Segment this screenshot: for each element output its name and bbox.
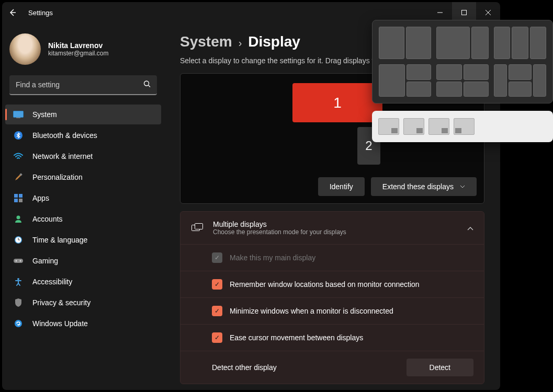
svg-rect-25 — [195, 224, 203, 229]
svg-point-4 — [144, 81, 149, 86]
chevron-up-icon — [467, 223, 473, 233]
panel-subtitle: Choose the presentation mode for your di… — [213, 228, 467, 236]
sidebar-item-network[interactable]: Network & internet — [5, 146, 161, 166]
arrow-left-icon — [8, 8, 17, 17]
shield-icon — [13, 298, 24, 307]
extend-displays-dropdown[interactable]: Extend these displays — [371, 177, 477, 196]
chevron-right-icon: › — [239, 37, 242, 49]
svg-point-23 — [15, 320, 22, 327]
sidebar-item-label: Accessibility — [32, 278, 72, 286]
svg-point-14 — [17, 216, 20, 220]
checkbox-icon[interactable]: ✓ — [212, 279, 222, 290]
multiple-displays-panel: Multiple displays Choose the presentatio… — [180, 211, 484, 384]
checkbox-icon: ✓ — [212, 252, 222, 263]
sidebar-item-windows-update[interactable]: Windows Update — [5, 314, 161, 333]
snap-layout-half-half[interactable] — [379, 27, 431, 59]
detect-label: Detect other display — [212, 363, 277, 372]
sidebar-item-system[interactable]: System — [5, 105, 161, 124]
checkbox-main-display: ✓ Make this my main display — [180, 245, 484, 271]
svg-rect-11 — [19, 194, 22, 198]
displays-icon — [191, 222, 204, 234]
sidebar-item-label: Gaming — [32, 257, 58, 265]
accessibility-icon — [13, 277, 24, 286]
search-icon — [143, 80, 151, 89]
search-input[interactable] — [9, 75, 157, 94]
avatar — [9, 33, 41, 65]
profile-block[interactable]: Nikita Lavrenov kitamster@gmail.com — [2, 28, 164, 75]
snap-group-thumb[interactable] — [454, 118, 475, 135]
svg-rect-19 — [14, 259, 23, 263]
checkbox-label: Minimize windows when a monitor is disco… — [230, 307, 473, 315]
checkbox-label: Remember window locations based on monit… — [230, 280, 473, 289]
checkbox-label: Make this my main display — [230, 253, 473, 262]
profile-info: Nikita Lavrenov kitamster@gmail.com — [48, 41, 109, 57]
sidebar-item-personalization[interactable]: Personalization — [5, 167, 161, 187]
display-icon — [13, 110, 24, 119]
maximize-icon — [461, 10, 467, 15]
svg-rect-1 — [462, 10, 467, 15]
svg-point-22 — [17, 278, 19, 280]
snap-layout-side-half-side[interactable] — [494, 64, 546, 97]
sidebar-item-apps[interactable]: Apps — [5, 188, 161, 208]
sidebar-item-label: Privacy & security — [32, 298, 91, 307]
snap-layouts-flyout — [372, 20, 553, 103]
snap-layout-thirds[interactable] — [494, 27, 546, 59]
svg-rect-13 — [19, 199, 22, 202]
svg-rect-6 — [14, 111, 24, 118]
profile-name: Nikita Lavrenov — [48, 41, 109, 50]
bluetooth-icon — [13, 131, 24, 140]
window-title: Settings — [28, 9, 53, 17]
sidebar: Nikita Lavrenov kitamster@gmail.com Syst… — [2, 23, 164, 390]
sidebar-item-label: Accounts — [32, 215, 63, 223]
sidebar-item-gaming[interactable]: Gaming — [5, 251, 161, 271]
checkbox-ease-cursor[interactable]: ✓ Ease cursor movement between displays — [180, 325, 484, 351]
brush-icon — [13, 172, 24, 182]
sidebar-item-accounts[interactable]: Accounts — [5, 209, 161, 229]
person-icon — [13, 214, 24, 224]
snap-layout-half-quarter-quarter[interactable] — [379, 64, 431, 97]
snap-group-thumb[interactable] — [403, 118, 424, 135]
svg-point-20 — [16, 260, 17, 262]
chevron-down-icon — [460, 185, 465, 188]
snap-layout-quad[interactable] — [436, 64, 489, 97]
search-box — [9, 75, 157, 95]
wifi-icon — [13, 152, 24, 161]
back-button[interactable] — [2, 2, 23, 23]
sidebar-item-label: Time & language — [32, 236, 87, 244]
sidebar-item-accessibility[interactable]: Accessibility — [5, 272, 161, 292]
svg-point-21 — [20, 260, 21, 262]
gamepad-icon — [13, 256, 24, 266]
sidebar-item-label: Windows Update — [32, 319, 88, 328]
monitor-1[interactable]: 1 — [292, 83, 382, 122]
sidebar-item-label: Apps — [32, 194, 49, 202]
svg-line-5 — [149, 85, 151, 87]
sidebar-item-label: System — [32, 110, 57, 119]
sidebar-item-label: Personalization — [32, 173, 83, 181]
snap-layout-twothird-third[interactable] — [436, 27, 489, 59]
sidebar-item-time-language[interactable]: Time & language — [5, 230, 161, 250]
sidebar-item-privacy-security[interactable]: Privacy & security — [5, 293, 161, 313]
detect-row: Detect other display Detect — [180, 351, 484, 384]
clock-icon — [13, 235, 24, 245]
checkbox-icon[interactable]: ✓ — [212, 306, 222, 316]
breadcrumb-current: Display — [248, 33, 300, 50]
nav-list: System Bluetooth & devices Network & int… — [2, 105, 164, 333]
checkbox-remember-locations[interactable]: ✓ Remember window locations based on mon… — [180, 271, 484, 298]
sidebar-item-bluetooth[interactable]: Bluetooth & devices — [5, 125, 161, 145]
snap-group-thumb[interactable] — [378, 118, 399, 135]
checkbox-label: Ease cursor movement between displays — [230, 333, 473, 342]
checkbox-icon[interactable]: ✓ — [212, 332, 222, 343]
snap-group-thumb[interactable] — [428, 118, 449, 135]
panel-title: Multiple displays — [213, 220, 467, 228]
snap-groups-row — [372, 111, 553, 142]
panel-header[interactable]: Multiple displays Choose the presentatio… — [180, 212, 484, 244]
sidebar-item-label: Bluetooth & devices — [32, 131, 97, 140]
checkbox-minimize-disconnect[interactable]: ✓ Minimize windows when a monitor is dis… — [180, 298, 484, 325]
identify-button[interactable]: Identify — [318, 177, 365, 196]
close-icon — [486, 10, 491, 15]
breadcrumb-parent[interactable]: System — [180, 33, 232, 50]
detect-button[interactable]: Detect — [407, 359, 473, 376]
minimize-icon — [437, 10, 443, 15]
svg-rect-10 — [14, 194, 18, 198]
sidebar-item-label: Network & internet — [32, 152, 93, 160]
